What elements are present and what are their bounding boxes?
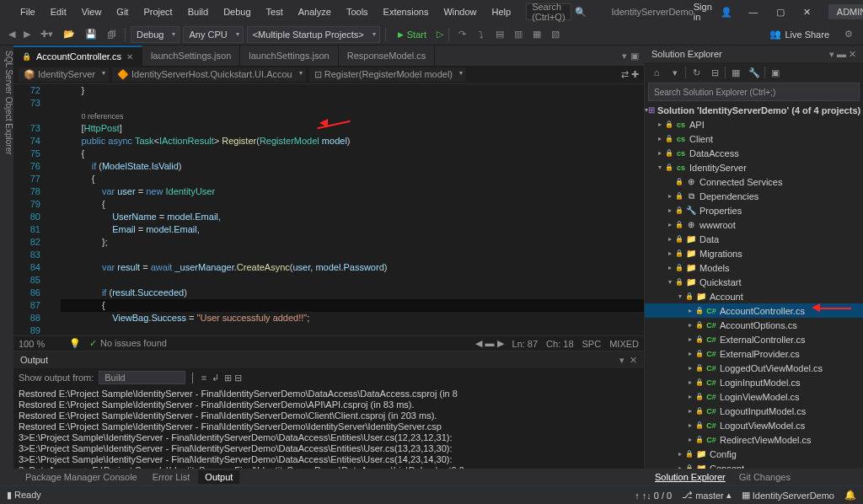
save-button[interactable]: 💾 [82,27,100,41]
btab-2[interactable]: Output [198,470,239,484]
tree-node[interactable]: ▸🔒🔧Properties [645,203,863,217]
tree-node[interactable]: ▸🔒⊕wwwroot [645,217,863,232]
tree-node[interactable]: ▸🔒C#ExternalProvider.cs [645,346,863,361]
tree-node[interactable]: 🔒⊕Connected Services [645,174,863,189]
bc-member[interactable]: ⊡ Register(RegisterModel model) [309,67,466,82]
autohide-icon[interactable]: ▾ ▬ ✕ [829,49,856,60]
sign-in-link[interactable]: Sign in [694,2,712,22]
menu-view[interactable]: View [75,3,109,20]
branch-status[interactable]: ⎇ master ▴ [682,490,732,501]
tree-node[interactable]: ▸🔒📁Migrations [645,246,863,260]
repo-status[interactable]: ▦ IdentityServerDemo [742,490,834,501]
tree-node[interactable]: ▸🔒C#LoggedOutViewModel.cs [645,361,863,375]
notifications-icon[interactable]: 🔔 [844,490,856,501]
tree-node[interactable]: ▸🔒csDataAccess [645,146,863,160]
open-button[interactable]: 📂 [60,27,78,41]
tree-node[interactable]: ▸🔒C#RedirectViewModel.cs [645,432,863,447]
tree-node[interactable]: ▸🔒C#AccountController.cs [645,303,863,318]
wrap-icon[interactable]: ↲ [212,373,219,383]
close-panel-icon[interactable]: ✕ [630,355,637,366]
menu-debug[interactable]: Debug [217,3,257,20]
close-button[interactable]: ✕ [795,3,820,21]
menu-project[interactable]: Project [137,3,179,20]
tree-node[interactable]: ▾🔒📁Account [645,289,863,303]
nav-back-button[interactable]: ◀ [5,27,19,41]
uncomment-icon[interactable]: ▥ [510,26,527,43]
menu-build[interactable]: Build [181,3,215,20]
output-text[interactable]: Restored E:\Project Sample\IdentityServe… [13,387,644,469]
menu-help[interactable]: Help [485,3,518,20]
tree-node[interactable]: ▸🔒📁Data [645,232,863,246]
menu-window[interactable]: Window [437,3,483,20]
switch-view-icon[interactable]: ▾ [667,64,683,81]
btab-1[interactable]: Error List [146,470,197,484]
startup-dropdown[interactable]: <Multiple Startup Projects> [247,26,380,43]
tree-node[interactable]: ▸🔒📁Config [645,447,863,461]
platform-dropdown[interactable]: Any CPU [183,26,243,43]
tab-dropdown-icon[interactable]: ▾ [622,51,627,62]
tab-3[interactable]: ResponseModel.cs [339,46,436,66]
se-search[interactable]: Search Solution Explorer (Ctrl+;) [648,83,860,101]
code-editor[interactable]: 7273737475767778798081828384858687888990… [13,84,644,335]
search-icon[interactable]: 🔍 [575,7,587,18]
menu-extensions[interactable]: Extensions [377,3,436,20]
nav-fwd-button[interactable]: ▶ [20,27,34,41]
tree-node[interactable]: ▸🔒C#LoginViewModel.cs [645,389,863,404]
left-tool-rail[interactable]: SQL Server Object Explorer [0,46,13,485]
properties-icon[interactable]: 🔧 [746,64,763,81]
step-icon[interactable]: ↷ [454,26,471,43]
start-no-debug-button[interactable]: ▷ [437,29,443,40]
new-item-button[interactable]: ✚▾ [37,27,56,41]
bc-project[interactable]: 📦 IdentityServer [19,67,109,82]
tree-root[interactable]: ▾⊞Solution 'IdentityServerDemo' (4 of 4 … [645,103,863,117]
menu-analyze[interactable]: Analyze [292,3,338,20]
tab-0[interactable]: 🔒AccountController.cs ✕ [13,46,142,66]
search-box[interactable]: Search (Ctrl+Q) [526,3,571,20]
liveshare-button[interactable]: 👥 Live Share [763,27,836,41]
preview-se-icon[interactable]: ▣ [767,64,784,81]
tab-2[interactable]: launchSettings.json [240,46,338,66]
menu-tools[interactable]: Tools [340,3,375,20]
pin-icon[interactable]: ▾ [619,355,624,366]
maximize-button[interactable]: ▢ [768,3,793,21]
home-icon[interactable]: ⌂ [648,64,665,81]
show-all-icon[interactable]: ▦ [727,64,744,81]
indent-icon[interactable]: ▧ [547,26,564,43]
comment-icon[interactable]: ▤ [491,26,508,43]
output-source-dropdown[interactable]: Build [99,371,185,384]
sync-icon[interactable]: ↻ [688,64,705,81]
tree-node[interactable]: ▸🔒C#LoginInputModel.cs [645,375,863,389]
bookmark-icon[interactable]: ▦ [528,26,545,43]
collapse-icon[interactable]: ⊟ [706,64,723,81]
tree-node[interactable]: ▸🔒csClient [645,131,863,146]
preview-icon[interactable]: ▣ [630,51,639,62]
bc-namespace[interactable]: 🔶 IdentityServerHost.Quickstart.UI.Accou [112,67,306,82]
menu-test[interactable]: Test [260,3,290,20]
config-dropdown[interactable]: Debug [131,26,180,43]
tab-1[interactable]: launchSettings.json [142,46,240,66]
step-over-icon[interactable]: ⤵ [473,26,490,43]
tree-node[interactable]: ▾🔒📁Quickstart [645,275,863,289]
tree-node[interactable]: ▸🔒📁Models [645,260,863,275]
save-all-button[interactable]: 🗐 [104,28,120,41]
menu-edit[interactable]: Edit [44,3,73,20]
menu-git[interactable]: Git [110,3,135,20]
tree-node[interactable]: ▸🔒csAPI [645,117,863,131]
lightbulb-icon[interactable]: 💡 [69,338,81,349]
menu-file[interactable]: File [13,3,42,20]
tree-node[interactable]: ▸🔒C#LogoutInputModel.cs [645,404,863,418]
btab-0[interactable]: Package Manager Console [19,470,144,484]
tree-node[interactable]: ▾🔒csIdentityServer [645,160,863,174]
solution-tree[interactable]: ▾⊞Solution 'IdentityServerDemo' (4 of 4 … [645,103,863,469]
feedback-icon[interactable]: ⚙ [839,29,858,40]
tree-node[interactable]: ▸🔒⧉Dependencies [645,189,863,203]
source-control-status[interactable]: ↑ ↑↓ 0 / 0 [635,491,672,501]
clear-icon[interactable]: ≡ [201,373,206,383]
tree-node[interactable]: ▸🔒C#AccountOptions.cs [645,318,863,332]
start-button[interactable]: Start [391,28,433,41]
profile-icon[interactable]: 👤 [721,7,732,18]
tree-node[interactable]: ▸🔒C#LogoutViewModel.cs [645,418,863,432]
tree-node[interactable]: ▸🔒📁Consent [645,461,863,469]
tree-node[interactable]: ▸🔒C#ExternalController.cs [645,332,863,346]
minimize-button[interactable]: — [741,3,766,21]
